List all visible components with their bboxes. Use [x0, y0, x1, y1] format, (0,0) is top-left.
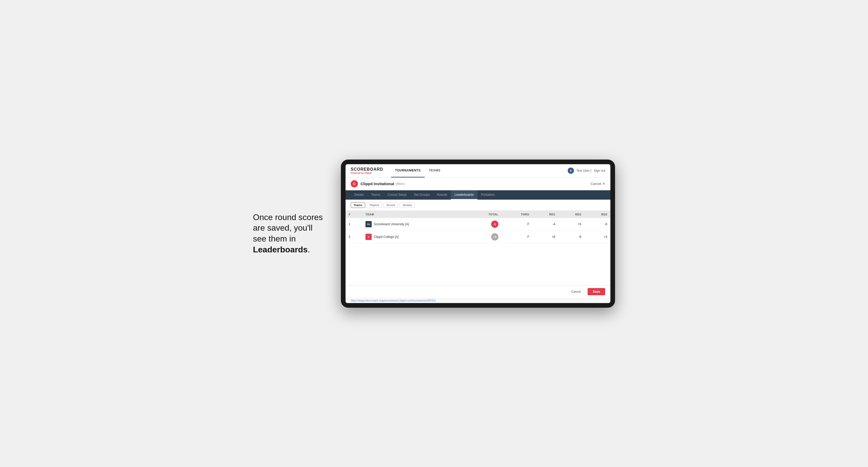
cell-rd3: +3: [584, 230, 610, 243]
nav-links: TOURNAMENTS TEAMS: [391, 164, 444, 177]
sign-out-link[interactable]: Sign out: [594, 169, 605, 173]
sub-tabs: Teams Players Scores Strokes: [345, 199, 610, 211]
user-name: Test User |: [577, 169, 591, 173]
sub-tab-scores[interactable]: Scores: [383, 202, 398, 208]
team-name: Clippd College [A]: [374, 235, 399, 239]
tab-printables[interactable]: Printables: [477, 190, 498, 199]
logo-area: SCOREBOARD Powered by clippd: [351, 167, 383, 174]
top-nav: SCOREBOARD Powered by clippd TOURNAMENTS…: [345, 164, 610, 178]
table-header-row: # TEAM TOTAL THRU RD1 RD2 RD3: [345, 211, 610, 218]
content-area: Teams Players Scores Strokes # TEAM TOTA…: [345, 199, 610, 303]
side-text-line1: Once round scores are saved, you'll see …: [253, 213, 323, 243]
side-text-period: .: [308, 245, 310, 254]
nav-link-teams[interactable]: TEAMS: [425, 164, 444, 177]
cell-rd2: -8: [558, 230, 585, 243]
url-bar: https://stage-blue-coach.stagescoreboard…: [345, 298, 610, 303]
col-rd1: RD1: [532, 211, 558, 218]
user-avatar: S: [568, 167, 574, 174]
cell-rd3: -6: [584, 218, 610, 231]
team-logo: SU: [366, 221, 372, 227]
save-button[interactable]: Save: [588, 288, 605, 295]
tablet-container: SCOREBOARD Powered by clippd TOURNAMENTS…: [341, 160, 615, 308]
sub-tab-strokes[interactable]: Strokes: [400, 202, 415, 208]
tab-leaderboards[interactable]: Leaderboards: [451, 190, 477, 199]
table-row: 1 SU Scoreboard University [A] -5 F -4 +…: [345, 218, 610, 231]
side-text: Once round scores are saved, you'll see …: [253, 212, 326, 255]
leaderboard-table: # TEAM TOTAL THRU RD1 RD2 RD3 1: [345, 211, 610, 243]
col-total: TOTAL: [467, 211, 501, 218]
team-name: Scoreboard University [A]: [374, 222, 409, 226]
cell-rd2: +5: [558, 218, 585, 231]
tournament-icon: C: [351, 180, 358, 187]
tab-tee-groups[interactable]: Tee Groups: [410, 190, 433, 199]
col-thru: THRU: [501, 211, 532, 218]
score-badge: -5: [491, 221, 498, 228]
tournament-subtitle: (Men): [396, 182, 404, 186]
spacer: [345, 243, 610, 285]
table-row: 2 C Clippd College [A] +3 F +8 -8 +3: [345, 230, 610, 243]
team-logo: C: [366, 234, 372, 240]
cell-rank: 1: [345, 218, 362, 231]
table-body: 1 SU Scoreboard University [A] -5 F -4 +…: [345, 218, 610, 243]
col-rank: #: [345, 211, 362, 218]
cancel-button[interactable]: Cancel: [567, 288, 585, 295]
cell-total: +3: [467, 230, 501, 243]
sub-header: C Clippd Invitational (Men) Cancel ✕: [345, 178, 610, 190]
page-wrapper: Once round scores are saved, you'll see …: [253, 160, 615, 308]
tabs-bar: Details Teams Course Setup Tee Groups Re…: [345, 190, 610, 199]
col-team: TEAM: [362, 211, 467, 218]
nav-link-tournaments[interactable]: TOURNAMENTS: [391, 164, 425, 177]
cell-rank: 2: [345, 230, 362, 243]
cell-total: -5: [467, 218, 501, 231]
close-icon: ✕: [602, 182, 605, 186]
cell-thru: F: [501, 230, 532, 243]
col-rd2: RD2: [558, 211, 585, 218]
score-badge: +3: [491, 233, 498, 241]
cell-team: C Clippd College [A]: [362, 230, 467, 243]
nav-right: S Test User | Sign out: [568, 167, 605, 174]
col-rd3: RD3: [584, 211, 610, 218]
cell-team: SU Scoreboard University [A]: [362, 218, 467, 231]
tab-course-setup[interactable]: Course Setup: [384, 190, 410, 199]
sub-tab-teams[interactable]: Teams: [351, 202, 365, 208]
cell-rd1: +8: [532, 230, 558, 243]
cancel-x-button[interactable]: Cancel ✕: [591, 182, 605, 186]
cell-thru: F: [501, 218, 532, 231]
side-text-bold: Leaderboards: [253, 245, 308, 254]
cell-rd1: -4: [532, 218, 558, 231]
sub-tab-players[interactable]: Players: [367, 202, 382, 208]
tab-details[interactable]: Details: [351, 190, 368, 199]
footer-bar: Cancel Save: [345, 285, 610, 298]
tournament-title: Clippd Invitational: [361, 182, 394, 186]
logo-scoreboard: SCOREBOARD: [351, 167, 383, 172]
tablet-screen: SCOREBOARD Powered by clippd TOURNAMENTS…: [345, 164, 610, 303]
tab-results[interactable]: Results: [433, 190, 451, 199]
tab-teams[interactable]: Teams: [368, 190, 384, 199]
logo-powered: Powered by clippd: [351, 172, 383, 174]
